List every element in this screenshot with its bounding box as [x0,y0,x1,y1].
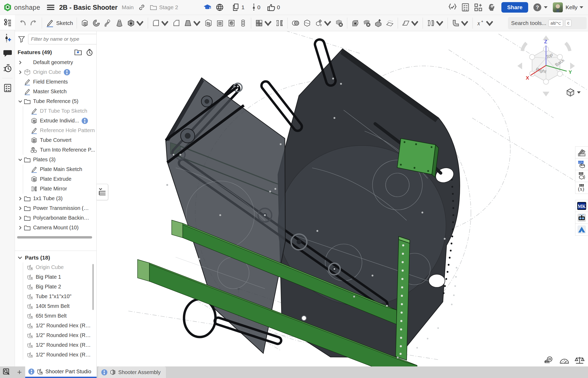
triangle-app-button[interactable] [575,224,588,236]
part-row[interactable]: 65t 5mm Belt [16,311,96,321]
rail-versions-button[interactable] [0,30,15,45]
parts-scrollbar[interactable] [92,264,94,310]
tab-info-icon[interactable] [101,369,107,375]
feature-row[interactable]: Plates (3) [16,155,96,164]
part-row[interactable]: Origin Cube [16,262,96,272]
custom-app-grid-brace-button[interactable]: } [575,170,588,182]
feature-row[interactable]: Tube Reference (5) [16,96,96,106]
feature-row[interactable]: Default geometry [16,58,96,67]
help-caret-icon[interactable] [544,6,548,8]
help-icon[interactable]: ? [533,3,542,12]
rail-tasks-button[interactable] [0,80,15,96]
tab-info-icon[interactable] [28,369,34,375]
part-row[interactable]: 140t 5mm Belt [16,301,96,311]
document-title[interactable]: 2B - Basic Shooter [59,4,117,11]
feature-row[interactable]: Master Sketch [16,87,96,96]
tab-search-button[interactable] [0,366,14,378]
feature-row[interactable]: 1x1 Tube (3) [16,194,96,203]
part-row[interactable]: 1/2" Rounded Hex (RE... [16,350,96,360]
plane-button[interactable] [400,18,421,29]
tab-shooter-part-studio[interactable]: Shooter Part Studio [25,366,97,378]
feature-row[interactable]: DT Tube Top Sketch [16,106,96,116]
parts-collapse-icon[interactable] [18,255,22,260]
loft-button[interactable] [114,18,125,29]
add-tab-button[interactable]: + [14,366,25,378]
featurescript-icon[interactable] [448,3,457,12]
feature-row[interactable]: Plate Mirror [16,184,96,194]
mass-properties-icon[interactable] [574,356,585,365]
sheet-metal-button[interactable] [450,18,470,29]
edu-badge-icon[interactable] [203,4,211,11]
offset-surface-button[interactable] [384,18,396,29]
draft-button[interactable] [182,18,203,29]
part-row[interactable]: 1/2" Rounded Hex (RE... [16,330,96,340]
user-name[interactable]: Kelly [565,4,578,11]
linked-document-badge[interactable] [82,118,88,124]
feature-row[interactable]: Origin Cube [16,67,96,77]
chamfer-button[interactable] [171,18,182,29]
followers-icon[interactable] [252,3,255,12]
redo-button[interactable] [28,18,40,29]
feature-row[interactable]: Plate Extrude [16,174,96,184]
rail-feature-list-button[interactable] [0,15,15,30]
feature-row[interactable]: Extrude Individ... [16,116,96,126]
part-row[interactable]: 1/2" Rounded Hex (RE... [16,321,96,330]
move-face-button[interactable] [372,18,384,29]
mkcad-app-button[interactable]: MK [575,200,588,212]
linked-document-badge[interactable] [64,69,70,75]
search-tools-box[interactable]: Search tools... alt/⌥ c [508,17,587,29]
user-menu-caret-icon[interactable] [580,6,583,8]
protractor-icon[interactable] [559,356,570,365]
tape-measure-icon[interactable] [544,356,554,365]
linear-pattern-button[interactable] [253,18,274,29]
share-button[interactable]: Share [501,2,528,13]
rollback-history-icon[interactable] [86,49,93,56]
part-row[interactable]: Tube 1"x1"x10" [16,292,96,301]
part-row[interactable]: Big Plate 2 [16,282,96,292]
rail-history-button[interactable] [0,61,15,76]
onshape-logo-icon[interactable] [3,3,12,12]
rail-comments-button[interactable] [0,45,15,61]
feature-row[interactable]: Tube Convert [16,135,96,145]
rib-button[interactable] [203,18,214,29]
hole-button[interactable] [226,18,237,29]
boolean-button[interactable] [290,18,301,29]
public-globe-icon[interactable] [216,4,223,11]
custom-app-grid-x-button[interactable]: (x) [575,182,588,194]
custom-app-grid-cube-button[interactable] [575,158,588,170]
extrude-button[interactable] [79,18,91,29]
revolve-button[interactable] [91,18,102,29]
mirror-button[interactable] [274,18,285,29]
transform-button[interactable] [313,18,333,29]
horizontal-scrollbar[interactable] [17,236,92,239]
part-row[interactable]: 1/2" Rounded Hex (RE... [16,340,96,350]
feature-row[interactable]: Turn Into Reference P... [16,145,96,155]
sweep-button[interactable] [102,18,114,29]
robot-app-button[interactable] [575,212,588,224]
thicken-button[interactable] [125,18,146,29]
panel-flyout-toggle[interactable] [97,184,108,200]
main-menu-button[interactable] [47,4,54,11]
undo-button[interactable] [17,18,28,29]
feature-row[interactable]: Camera Mount (10) [16,223,96,232]
feature-row[interactable]: Plate Main Sketch [16,164,96,174]
filter-icon[interactable] [18,36,25,43]
feature-row[interactable]: Field Elements [16,77,96,87]
apps-icon[interactable] [474,3,482,12]
delete-part-button[interactable] [333,18,345,29]
feature-row[interactable]: Power Transmission (13) [16,203,96,213]
part-row[interactable]: Big Plate 1 [16,272,96,282]
modify-fillet-button[interactable] [349,18,361,29]
shell-button[interactable] [214,18,226,29]
feature-row[interactable]: Polycarbonate Backing ... [16,213,96,223]
split-button[interactable] [301,18,313,29]
release-tasks-icon[interactable] [461,3,469,12]
delete-face-button[interactable] [361,18,372,29]
variable-studio-button[interactable]: x+ [475,18,495,29]
fillet-button[interactable] [150,18,171,29]
like-icon[interactable] [267,4,275,11]
appearance-tool-button[interactable] [575,146,588,158]
thread-button[interactable] [237,18,249,29]
workspace-name[interactable]: Main [122,4,134,11]
tab-shooter-assembly[interactable]: Shooter Assembly [98,366,166,378]
